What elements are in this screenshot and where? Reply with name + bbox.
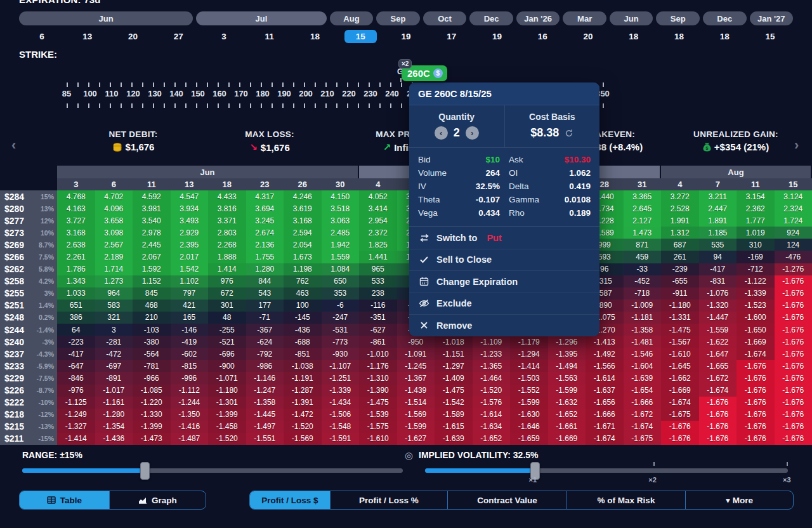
- mode-toggle-more[interactable]: ▾ More: [686, 491, 793, 509]
- pl-cell: -1.233: [473, 348, 511, 360]
- expiration-date-19[interactable]: 19: [383, 29, 429, 44]
- quantity-increase-button[interactable]: ›: [466, 126, 479, 140]
- pl-cell: 1.888: [208, 251, 246, 263]
- svg-text:$: $: [705, 146, 708, 151]
- month-pill-dec[interactable]: Dec: [469, 11, 513, 25]
- pl-cell: 2.054: [284, 239, 322, 251]
- month-pill-jan26[interactable]: Jan '26: [516, 11, 560, 25]
- menu-item-change-expiration[interactable]: Change Expiration: [409, 270, 599, 293]
- view-toggle-graph[interactable]: Graph: [110, 491, 206, 509]
- menu-item-switch-to[interactable]: Switch toPut: [409, 227, 599, 249]
- pl-cell: -1.676: [737, 397, 775, 409]
- pl-cell: -1.247: [246, 385, 284, 397]
- expiration-date-13[interactable]: 13: [65, 29, 110, 44]
- expiration-date-15[interactable]: 15: [747, 29, 793, 44]
- pl-cell: 3.414: [359, 202, 397, 214]
- arrow-up-right-icon: ↗: [383, 142, 391, 153]
- mode-toggle-contract-value[interactable]: Contract Value: [448, 491, 567, 509]
- pl-cell: -1.661: [548, 421, 586, 433]
- pl-cell: -1.395: [548, 348, 586, 360]
- pl-cell: -1.071: [208, 372, 246, 384]
- pl-cell: -169: [737, 251, 775, 263]
- mode-toggle-profit-loss-%[interactable]: Profit / Loss %: [331, 491, 448, 509]
- month-pill-jul[interactable]: Jul: [196, 11, 327, 25]
- pl-cell: 1.185: [699, 227, 737, 239]
- strike-ruler-tick: [142, 82, 143, 87]
- table-column-date: 26: [284, 178, 322, 190]
- strike-ruler-tick: [401, 82, 402, 87]
- month-pill-sep[interactable]: Sep: [656, 11, 700, 25]
- month-pill-dec[interactable]: Dec: [703, 11, 747, 25]
- table-row: $226-8.7%-976-1.017-1.085-1.112-1.180-1.…: [0, 385, 812, 397]
- strike-label: STRIKE:: [19, 49, 57, 60]
- expiration-date-3[interactable]: 3: [201, 29, 247, 44]
- range-slider-handle[interactable]: [140, 462, 150, 480]
- table-icon: [47, 496, 56, 504]
- expiration-date-20[interactable]: 20: [110, 29, 156, 44]
- month-pill-jun[interactable]: Jun: [610, 11, 653, 25]
- expiration-date-11[interactable]: 11: [247, 29, 292, 44]
- expiration-date-18[interactable]: 18: [292, 29, 338, 44]
- quantity-decrease-button[interactable]: ‹: [435, 126, 448, 140]
- strike-price: $248: [4, 312, 24, 322]
- pl-cell: -1.475: [435, 385, 473, 397]
- pl-cell: 2.324: [775, 202, 812, 214]
- mode-toggle-profit-loss-$[interactable]: Profit / Loss $: [250, 491, 331, 509]
- strike-cell: $240-3%: [0, 336, 57, 348]
- strike-ruler-tick: [77, 103, 79, 108]
- expiration-date-27[interactable]: 27: [155, 29, 201, 44]
- strike-ruler-tick: [250, 103, 251, 108]
- pl-cell: -792: [246, 348, 284, 360]
- pl-cell: -781: [133, 360, 171, 372]
- mode-toggle-%-of-max-risk[interactable]: % of Max Risk: [567, 491, 686, 509]
- pl-cell: 2.395: [171, 239, 209, 251]
- pl-cell: -436: [284, 324, 322, 336]
- stats-prev-chevron-icon[interactable]: ‹: [11, 137, 16, 154]
- refresh-icon[interactable]: [565, 129, 573, 138]
- expiration-date-18[interactable]: 18: [657, 29, 702, 44]
- month-pill-aug[interactable]: Aug: [330, 11, 374, 25]
- pl-cell: 687: [661, 239, 699, 251]
- expiration-date-15[interactable]: 15: [337, 29, 383, 44]
- expiration-date-18[interactable]: 18: [702, 29, 747, 44]
- month-pill-oct[interactable]: Oct: [423, 11, 467, 25]
- month-pill-sep[interactable]: Sep: [376, 11, 420, 25]
- month-pill-jun[interactable]: Jun: [19, 11, 193, 25]
- pl-cell: -1.414: [57, 433, 95, 445]
- pl-cell: 48: [208, 312, 246, 324]
- stat-value: $1,676: [126, 142, 155, 152]
- pl-cell: 3.211: [699, 190, 737, 202]
- pl-cell: 4.150: [322, 190, 360, 202]
- pl-cell: 583: [95, 300, 133, 312]
- pl-cell: 421: [171, 300, 209, 312]
- pl-cell: -930: [322, 348, 360, 360]
- pl-cell: -1.676: [775, 433, 812, 445]
- pl-cell: 2.067: [133, 251, 171, 263]
- expiration-date-18[interactable]: 18: [611, 29, 657, 44]
- menu-item-remove[interactable]: Remove: [409, 314, 599, 336]
- expiration-date-17[interactable]: 17: [429, 29, 475, 44]
- option-stat-rho: Rho0.189: [509, 206, 591, 220]
- table-row: $27310%3.1683.0982.9782.9292.8032.6742.5…: [0, 227, 812, 239]
- pl-cell: 2.929: [171, 227, 209, 239]
- strike-percent: -4.3%: [37, 350, 54, 358]
- expiration-date-19[interactable]: 19: [475, 29, 520, 44]
- iv-reset-icon[interactable]: ◎: [405, 450, 413, 461]
- pl-cell: -116: [359, 300, 397, 312]
- table-row: $2480.2%38632121016548-71-145-247-351-45…: [0, 312, 812, 324]
- month-pill-jan27[interactable]: Jan '27: [750, 11, 794, 25]
- pl-cell: 261: [661, 251, 699, 263]
- expiration-date-20[interactable]: 20: [565, 29, 611, 44]
- expiration-date-16[interactable]: 16: [520, 29, 565, 44]
- option-stat-value: 32.5%: [476, 180, 500, 193]
- strike-ruler-tick: [131, 103, 133, 108]
- view-toggle-table[interactable]: Table: [20, 491, 110, 509]
- expiration-date-6[interactable]: 6: [19, 29, 65, 44]
- table-column-date: 31: [624, 178, 662, 190]
- x-icon: [419, 321, 429, 329]
- pl-cell: -1.475: [359, 397, 397, 409]
- menu-item-sell-to-close[interactable]: Sell to Close: [409, 249, 599, 271]
- menu-item-exclude[interactable]: Exclude: [409, 293, 599, 315]
- pl-cell: -1.563: [548, 372, 586, 384]
- month-pill-mar[interactable]: Mar: [563, 11, 606, 25]
